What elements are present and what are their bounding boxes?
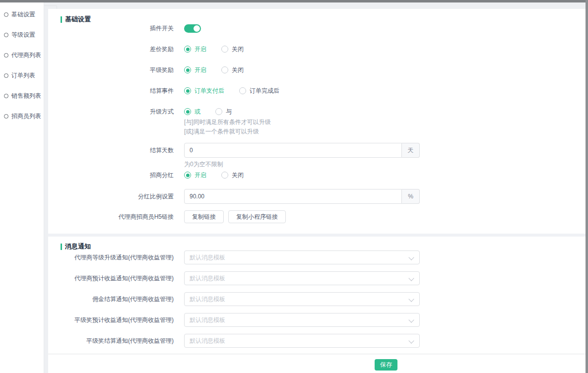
form-row-h5-link: 代理商招商员H5链接 复制链接 复制小程序链接	[48, 210, 586, 223]
field-label: 平级奖结算通知(代理商收益管理)	[48, 334, 174, 348]
plugin-switch-toggle[interactable]	[184, 24, 201, 33]
form-row-notify-level-upgrade: 代理商等级升级通知(代理商收益管理) 默认消息模板	[48, 250, 586, 264]
radio-icon	[184, 172, 191, 179]
section-title: 消息通知	[65, 242, 91, 251]
invest-dividend-radio-group: 开启 关闭	[184, 171, 244, 180]
radio-on[interactable]: 开启	[184, 66, 206, 74]
sidebar-item-label: 基础设置	[11, 10, 35, 19]
form-row-invest-dividend: 招商分红 开启 关闭	[48, 170, 586, 180]
basic-settings-section-header: 基础设置	[61, 15, 91, 24]
radio-icon	[221, 46, 228, 53]
sidebar-item-label: 代理商列表	[11, 51, 41, 60]
field-label: 平级奖预计收益通知(代理商收益管理)	[48, 313, 174, 327]
form-row-plugin-switch: 插件开关	[48, 23, 586, 33]
sidebar-item-basic-settings[interactable]: 基础设置	[0, 4, 44, 25]
sidebar-item-label: 订单列表	[11, 71, 35, 80]
select-placeholder: 默认消息模板	[190, 316, 225, 324]
level-reward-settle-template-select[interactable]: 默认消息模板	[184, 334, 420, 348]
section-title: 基础设置	[65, 15, 91, 24]
sidebar-item-recruiter-list[interactable]: 招商员列表	[0, 106, 44, 126]
form-row-dividend-ratio: 分红比例设置 %	[48, 189, 586, 204]
form-row-notify-expected-income: 代理商预计收益通知(代理商收益管理) 默认消息模板	[48, 271, 586, 285]
radio-or[interactable]: 或	[184, 108, 200, 116]
chevron-down-icon	[408, 338, 414, 343]
save-button[interactable]: 保存	[375, 359, 397, 371]
helper-line-or: [或]满足一个条件就可以升级	[184, 127, 271, 136]
dividend-ratio-input[interactable]	[184, 189, 402, 204]
form-row-notify-commission-settle: 佣金结算通知(代理商收益管理) 默认消息模板	[48, 292, 586, 306]
radio-label: 关闭	[232, 171, 244, 180]
chevron-down-icon	[408, 296, 414, 302]
radio-label: 开启	[195, 171, 206, 180]
section-accent-bar	[61, 16, 62, 23]
circle-icon	[4, 94, 8, 98]
radio-icon	[239, 87, 246, 94]
level-upgrade-template-select[interactable]: 默认消息模板	[184, 250, 420, 264]
radio-off[interactable]: 关闭	[221, 66, 244, 74]
copy-miniprogram-link-button[interactable]: 复制小程序链接	[228, 210, 286, 223]
field-label: 代理商招商员H5链接	[48, 210, 174, 223]
radio-off[interactable]: 关闭	[221, 45, 244, 54]
chevron-down-icon	[408, 254, 414, 260]
form-row-level-reward: 平级奖励 开启 关闭	[48, 65, 586, 75]
radio-icon	[221, 172, 228, 179]
field-label: 分红比例设置	[48, 189, 174, 204]
settle-days-helper: 为0为空不限制	[184, 160, 223, 169]
horizontal-scrollbar[interactable]	[0, 0, 588, 2]
radio-icon	[184, 46, 191, 53]
radio-after-complete[interactable]: 订单完成后	[239, 87, 279, 95]
field-label: 招商分红	[48, 170, 174, 180]
radio-label: 开启	[195, 45, 206, 54]
section-separator	[48, 234, 586, 237]
level-reward-radio-group: 开启 关闭	[184, 66, 244, 74]
circle-icon	[4, 53, 8, 58]
field-label: 佣金结算通知(代理商收益管理)	[48, 292, 174, 306]
footer-divider	[48, 354, 586, 355]
form-row-settle-days: 结算天数 天	[48, 143, 586, 158]
sidebar-item-agent-list[interactable]: 代理商列表	[0, 45, 44, 65]
circle-icon	[4, 12, 8, 17]
radio-off[interactable]: 关闭	[221, 171, 244, 180]
radio-after-pay[interactable]: 订单支付后	[184, 87, 224, 95]
notify-section-header: 消息通知	[61, 242, 91, 251]
main-panel: 基础设置 插件开关 差价奖励 开启 关闭 平级	[48, 9, 586, 373]
vertical-scrollbar[interactable]	[586, 0, 588, 373]
section-accent-bar	[61, 244, 62, 250]
radio-icon	[221, 66, 228, 73]
radio-icon	[215, 108, 222, 115]
radio-label: 订单完成后	[250, 87, 279, 95]
radio-icon	[184, 108, 191, 115]
circle-icon	[4, 33, 8, 37]
field-label: 差价奖励	[48, 44, 174, 54]
form-row-price-diff-reward: 差价奖励 开启 关闭	[48, 44, 586, 54]
radio-label: 开启	[195, 66, 206, 74]
sidebar-item-label: 销售额列表	[11, 92, 41, 100]
select-placeholder: 默认消息模板	[190, 253, 225, 262]
commission-settle-template-select[interactable]: 默认消息模板	[184, 292, 420, 306]
sidebar-item-level-settings[interactable]: 等级设置	[0, 25, 44, 45]
select-placeholder: 默认消息模板	[190, 337, 225, 345]
circle-icon	[4, 114, 8, 119]
chevron-down-icon	[408, 317, 414, 322]
select-placeholder: 默认消息模板	[190, 295, 225, 304]
field-label: 平级奖励	[48, 65, 174, 75]
level-reward-expected-template-select[interactable]: 默认消息模板	[184, 313, 420, 327]
circle-icon	[4, 73, 8, 78]
copy-link-button[interactable]: 复制链接	[184, 210, 224, 223]
price-diff-radio-group: 开启 关闭	[184, 45, 244, 54]
radio-icon	[184, 66, 191, 73]
select-placeholder: 默认消息模板	[190, 274, 225, 283]
radio-on[interactable]: 开启	[184, 45, 206, 54]
helper-line-and: [与]同时满足所有条件才可以升级	[184, 118, 271, 127]
settle-days-input[interactable]	[184, 143, 402, 158]
radio-on[interactable]: 开启	[184, 171, 206, 180]
sidebar-item-sales-list[interactable]: 销售额列表	[0, 86, 44, 106]
dividend-ratio-unit: %	[402, 189, 420, 204]
radio-and[interactable]: 与	[215, 108, 232, 116]
sidebar-item-label: 招商员列表	[11, 112, 41, 121]
toggle-knob	[194, 25, 200, 32]
sidebar-item-order-list[interactable]: 订单列表	[0, 65, 44, 86]
sidebar: 基础设置 等级设置 代理商列表 订单列表 销售额列表 招商员列表	[0, 2, 44, 373]
radio-icon	[184, 87, 191, 94]
expected-income-template-select[interactable]: 默认消息模板	[184, 271, 420, 285]
